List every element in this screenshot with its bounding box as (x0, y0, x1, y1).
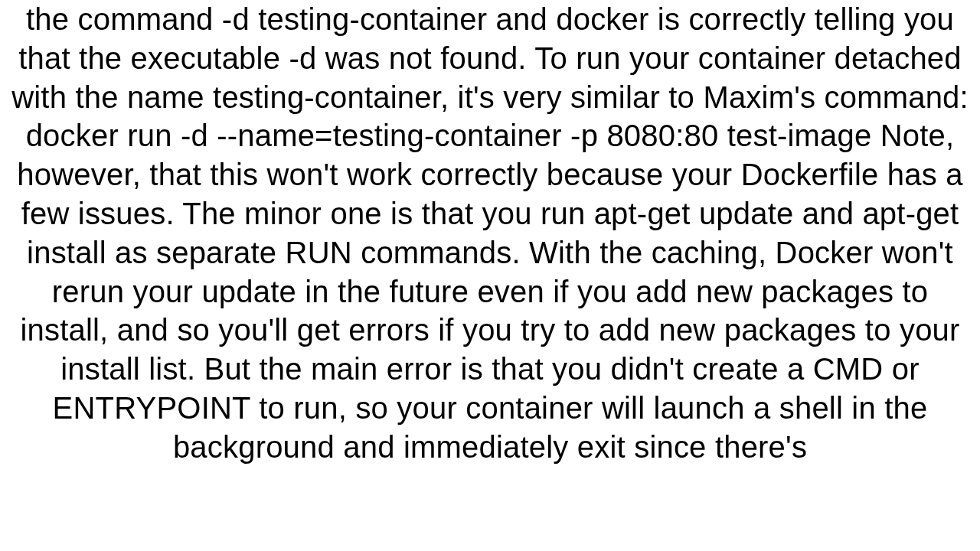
document-viewport: the command -d testing-container and doc… (0, 0, 980, 551)
document-body-text: the command -d testing-container and doc… (8, 0, 972, 467)
